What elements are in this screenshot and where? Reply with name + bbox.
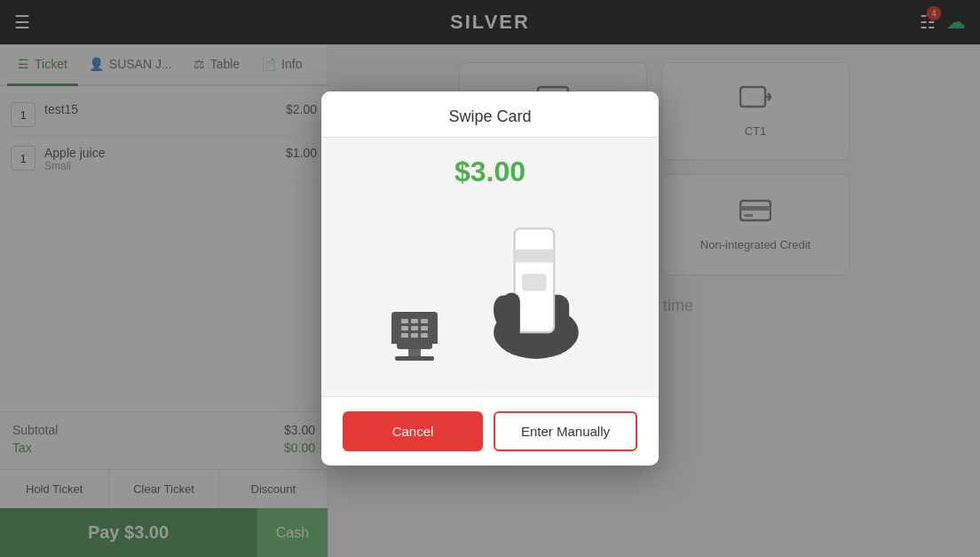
cancel-button[interactable]: Cancel — [343, 411, 483, 451]
svg-rect-13 — [515, 250, 555, 263]
modal-overlay[interactable]: Swipe Card $3.00 — [0, 0, 980, 557]
enter-manually-button[interactable]: Enter Manually — [494, 411, 637, 451]
pos-screen — [391, 312, 438, 344]
modal-header: Swipe Card — [321, 92, 659, 138]
swipe-card-modal: Swipe Card $3.00 — [321, 92, 659, 465]
modal-title: Swipe Card — [321, 107, 659, 126]
modal-body: $3.00 — [321, 138, 659, 396]
card-swipe-icon — [455, 210, 589, 361]
modal-footer: Cancel Enter Manually — [321, 396, 659, 465]
pos-terminal-icon — [391, 312, 438, 361]
svg-rect-15 — [503, 293, 520, 340]
modal-amount: $3.00 — [454, 155, 526, 188]
modal-illustration — [391, 210, 589, 361]
svg-rect-14 — [522, 274, 547, 290]
